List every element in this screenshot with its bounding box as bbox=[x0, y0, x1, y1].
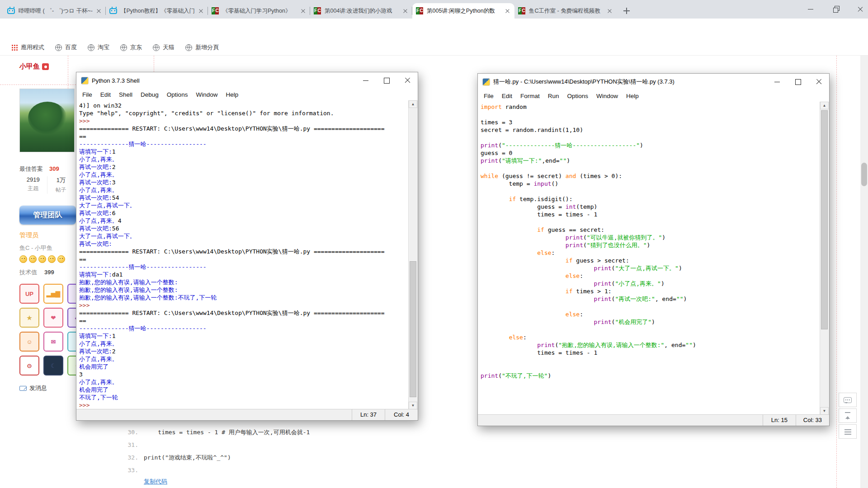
user-stat: 1万帖子 bbox=[47, 176, 75, 194]
bookmark-item[interactable]: 應用程式 bbox=[6, 40, 50, 56]
menu-edit[interactable]: Edit bbox=[498, 91, 516, 101]
browser-tab[interactable]: 【Python教程】《零基础入门 bbox=[106, 3, 208, 19]
tab-close-icon[interactable] bbox=[606, 8, 613, 14]
browser-tab[interactable]: FC鱼C工作室 - 免费编程视频教 bbox=[514, 3, 617, 19]
shell-scrollbar[interactable]: ▲ ▼ bbox=[408, 100, 418, 409]
poster-username[interactable]: 小甲鱼 bbox=[19, 62, 49, 71]
bookmark-item[interactable]: 新增分頁 bbox=[180, 40, 224, 56]
page-scrollbar[interactable] bbox=[860, 56, 868, 488]
browser-tab[interactable]: FC《零基础入门学习Python》 bbox=[208, 3, 310, 19]
editor-close-button[interactable] bbox=[808, 74, 829, 90]
editor-minimize-button[interactable] bbox=[767, 74, 788, 90]
send-message-link[interactable]: 发消息 bbox=[19, 384, 47, 392]
menu-window[interactable]: Window bbox=[192, 90, 222, 99]
tab-close-icon[interactable] bbox=[402, 8, 409, 14]
editor-status-bar: Ln: 15 Col: 33 bbox=[478, 414, 829, 426]
tab-close-icon[interactable] bbox=[300, 8, 307, 14]
shell-close-button[interactable] bbox=[397, 72, 418, 89]
user-avatar[interactable] bbox=[19, 89, 75, 152]
text-line: 抱歉,您的输入有误,请输入一个整数: bbox=[79, 278, 409, 286]
text-line: 机会用完了 bbox=[79, 386, 409, 394]
text-line: 小了点,再来。 bbox=[79, 378, 409, 386]
window-close-button[interactable] bbox=[849, 0, 868, 19]
python-editor-window[interactable]: 猜一哈.py - C:\Users\www14\Desktop\PYTHON实验… bbox=[477, 73, 830, 426]
menu-options[interactable]: Options bbox=[563, 91, 593, 101]
medal-badge: ▂▅▇ bbox=[43, 284, 63, 304]
copy-code-link[interactable]: 复制代码 bbox=[144, 478, 167, 486]
text-line: 再试一次吧:54 bbox=[79, 194, 409, 202]
browser-tab[interactable]: 哔哩哔哩 ( ゜- ゜)つロ 干杯~- bbox=[4, 3, 106, 19]
menu-debug[interactable]: Debug bbox=[137, 90, 163, 99]
browser-tab-bar: 哔哩哔哩 ( ゜- ゜)つロ 干杯~-【Python教程】《零基础入门FC《零基… bbox=[0, 0, 868, 19]
menu-format[interactable]: Format bbox=[516, 91, 544, 101]
shell-maximize-button[interactable] bbox=[376, 72, 397, 89]
tab-close-icon[interactable] bbox=[95, 8, 102, 14]
text-line: 请填写一下:1 bbox=[79, 332, 409, 340]
smiley-icon bbox=[29, 255, 37, 263]
menu-options[interactable]: Options bbox=[163, 90, 192, 99]
menu-edit[interactable]: Edit bbox=[96, 90, 115, 99]
text-line: if guess == secret: bbox=[481, 226, 820, 234]
text-line: 再试一次吧:56 bbox=[79, 225, 409, 232]
text-line: guess = int(temp) bbox=[481, 203, 820, 211]
new-tab-button[interactable] bbox=[621, 5, 632, 16]
scroll-down-icon[interactable]: ▼ bbox=[820, 407, 829, 415]
back-to-top-button[interactable] bbox=[839, 408, 857, 423]
tab-close-icon[interactable] bbox=[504, 8, 511, 14]
stat-label: 主题 bbox=[19, 185, 47, 192]
user-role: 管理员 bbox=[19, 231, 38, 239]
medal-badge: ★ bbox=[19, 308, 39, 328]
tab-close-icon[interactable] bbox=[198, 8, 204, 14]
menu-run[interactable]: Run bbox=[544, 91, 563, 101]
editor-line-indicator: Ln: 15 bbox=[763, 415, 796, 426]
scroll-up-icon[interactable]: ▲ bbox=[820, 102, 829, 109]
editor-title-bar[interactable]: 猜一哈.py - C:\Users\www14\Desktop\PYTHON实验… bbox=[478, 74, 829, 90]
shell-scroll-thumb[interactable] bbox=[410, 261, 416, 397]
scroll-up-icon[interactable]: ▲ bbox=[409, 100, 417, 108]
text-line: 再试一次吧:6 bbox=[79, 209, 409, 217]
editor-scrollbar[interactable]: ▲ ▼ bbox=[820, 102, 829, 415]
text-line: secret = random.randint(1,10) bbox=[481, 126, 820, 134]
text-line: --------------猜一哈----------------- bbox=[79, 324, 409, 332]
scroll-down-icon[interactable]: ▼ bbox=[409, 402, 417, 409]
code-row: 33. bbox=[112, 464, 310, 477]
shell-minimize-button[interactable] bbox=[355, 72, 376, 89]
comments-button[interactable] bbox=[839, 393, 857, 407]
fishc-favicon-icon: FC bbox=[518, 7, 525, 14]
shell-text-area[interactable]: 4)] on win32Type "help", "copyright", "c… bbox=[76, 100, 409, 409]
editor-text-area[interactable]: import random times = 3secret = random.r… bbox=[478, 102, 820, 415]
menu-help[interactable]: Help bbox=[222, 90, 242, 99]
top-arrow-icon bbox=[845, 412, 850, 419]
window-minimize-button[interactable] bbox=[799, 0, 822, 19]
bookmark-item[interactable]: 淘宝 bbox=[82, 40, 115, 56]
thread-list-button[interactable] bbox=[839, 424, 857, 439]
browser-tab[interactable]: FC第004讲:改进我们的小游戏 bbox=[310, 3, 412, 19]
window-maximize-button[interactable] bbox=[826, 0, 848, 19]
text-line: else: bbox=[481, 310, 820, 318]
editor-column-indicator: Col: 33 bbox=[796, 415, 829, 426]
python-shell-window[interactable]: Python 3.7.3 Shell FileEditShellDebugOpt… bbox=[76, 72, 418, 421]
bookmark-item[interactable]: 京东 bbox=[115, 40, 147, 56]
page-scrollbar-thumb[interactable] bbox=[861, 163, 867, 186]
browser-tab[interactable]: FC第005讲:闲聊之Python的数 bbox=[412, 3, 514, 19]
shell-title-bar[interactable]: Python 3.7.3 Shell bbox=[76, 72, 418, 89]
send-message-label: 发消息 bbox=[29, 384, 47, 392]
bookmark-item[interactable]: 天猫 bbox=[147, 40, 180, 56]
menu-window[interactable]: Window bbox=[592, 91, 622, 101]
editor-maximize-button[interactable] bbox=[788, 74, 808, 90]
text-line: Type "help", "copyright", "credits" or "… bbox=[79, 109, 409, 117]
text-line: >>> bbox=[79, 301, 409, 309]
shell-menu-bar: FileEditShellDebugOptionsWindowHelp bbox=[76, 89, 418, 100]
text-line: 机会用完了 bbox=[79, 363, 409, 371]
bookmark-item[interactable]: 百度 bbox=[50, 40, 82, 56]
globe-icon bbox=[120, 44, 127, 51]
menu-file[interactable]: File bbox=[78, 90, 96, 99]
menu-shell[interactable]: Shell bbox=[115, 90, 137, 99]
text-line: print("大了一点,再试一下。") bbox=[481, 264, 820, 272]
menu-help[interactable]: Help bbox=[622, 91, 643, 101]
text-line: ============== RESTART: C:\Users\www14\D… bbox=[79, 309, 409, 317]
username-text[interactable]: 小甲鱼 bbox=[19, 62, 40, 71]
editor-scroll-thumb[interactable] bbox=[821, 110, 828, 329]
menu-file[interactable]: File bbox=[480, 91, 498, 101]
shell-window-title: Python 3.7.3 Shell bbox=[92, 77, 140, 84]
